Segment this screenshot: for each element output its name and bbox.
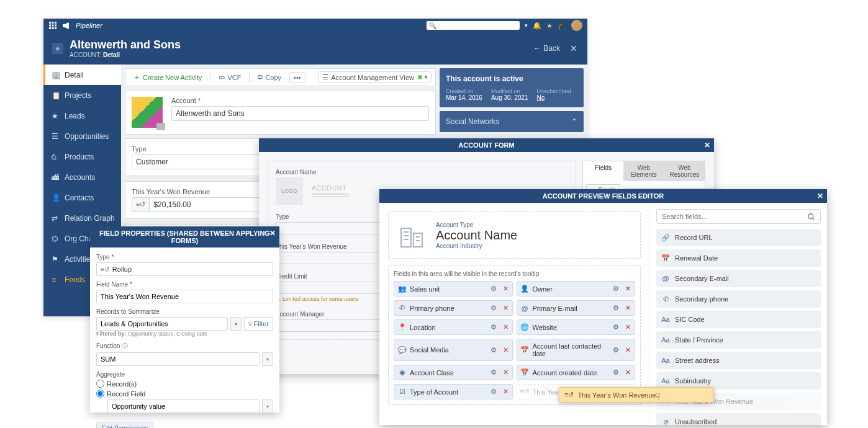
gear-icon[interactable]: ⚙	[491, 304, 497, 312]
svg-rect-7	[52, 27, 54, 29]
rollup-icon: ≡↺	[521, 388, 529, 396]
agg-field-select[interactable]	[107, 399, 260, 413]
pool-street[interactable]: AaStreet address	[656, 352, 821, 369]
chip-social-media[interactable]: 💬Social Media⚙✕	[394, 339, 513, 361]
chip-website[interactable]: 🌐Website⚙✕	[517, 319, 636, 335]
apps-icon[interactable]	[48, 21, 57, 30]
gear-icon[interactable]: ⚙	[613, 323, 619, 331]
global-search[interactable]: 🔍	[427, 21, 520, 30]
star-icon[interactable]: ★	[546, 22, 553, 30]
sidenav-item-leads[interactable]: ★Leads	[43, 105, 121, 126]
accounts-icon: 🏙	[52, 173, 60, 181]
chip-primary-phone[interactable]: ✆Primary phone⚙✕	[394, 300, 513, 316]
svg-rect-9	[401, 228, 411, 247]
pool-secondary-phone[interactable]: ✆Secondary phone	[656, 290, 821, 308]
filter-button[interactable]: ▿Filter	[244, 317, 273, 331]
info-icon[interactable]: ⓘ	[122, 342, 128, 349]
sidenav-item-projects[interactable]: 📋Projects	[43, 85, 121, 105]
remove-icon[interactable]: ✕	[503, 323, 509, 331]
chip-primary-email[interactable]: @Primary E-mail⚙✕	[517, 300, 636, 316]
remove-icon[interactable]: ✕	[503, 368, 509, 377]
function-select[interactable]	[96, 352, 260, 366]
field-properties-panel: FIELD PROPERTIES (SHARED BETWEEN APPLYIN…	[90, 226, 279, 412]
gear-icon[interactable]: ⚙	[491, 346, 497, 354]
records-dropdown-button[interactable]: ▾	[230, 317, 242, 331]
activities-icon: ⚑	[52, 255, 60, 263]
agg-dropdown-button[interactable]: ▾	[262, 399, 273, 413]
pool-secondary-email[interactable]: @Secondary E-mail	[656, 270, 821, 287]
vcf-button[interactable]: ▭VCF	[214, 71, 245, 83]
sidenav-item-accounts[interactable]: 🏙Accounts	[43, 167, 121, 187]
sidenav-item-detail[interactable]: 🏢Detail	[43, 65, 121, 85]
gear-icon[interactable]: ⚙	[613, 285, 619, 293]
close-button[interactable]: ✕	[569, 43, 579, 53]
close-preview-button[interactable]: ✕	[817, 192, 823, 200]
tab-web-elements[interactable]: Web Elements	[623, 161, 664, 181]
arrow-left-icon: ←	[533, 44, 541, 53]
remove-icon[interactable]: ✕	[503, 304, 509, 312]
gear-icon[interactable]: ⚙	[613, 346, 619, 354]
remove-icon[interactable]: ✕	[625, 285, 631, 293]
sidenav-item-contacts[interactable]: 👤Contacts	[43, 187, 121, 208]
create-activity-button[interactable]: ＋Create New Activity	[129, 71, 206, 84]
chip-sales-unit[interactable]: 👥Sales unit⚙✕	[394, 281, 513, 296]
tab-fields[interactable]: Fields	[583, 161, 623, 181]
account-name-input[interactable]	[171, 106, 429, 121]
text-icon: Aa	[661, 336, 670, 344]
gear-icon[interactable]: ⚙	[491, 368, 497, 377]
feeds-icon: ≡	[52, 275, 60, 283]
function-dropdown-button[interactable]: ▾	[262, 352, 273, 366]
back-button[interactable]: ←Back	[533, 44, 560, 53]
pool-sic-code[interactable]: AaSIC Code	[656, 311, 821, 328]
gear-icon[interactable]: ⚙	[613, 368, 619, 377]
chip-type-of-account[interactable]: ☑Type of Account⚙✕	[394, 384, 513, 399]
gear-icon[interactable]: ⚙	[491, 285, 497, 293]
avatar[interactable]	[571, 20, 582, 31]
copy-button[interactable]: ⧉Copy	[253, 71, 286, 83]
gear-icon[interactable]: ⚙	[613, 304, 619, 312]
agg-records-radio[interactable]: Record(s)	[96, 380, 273, 388]
status-box: This account is active Created onMar 14,…	[440, 68, 584, 107]
chip-last-contacted[interactable]: 📅Account last contacted date⚙✕	[517, 339, 636, 361]
close-fprops-button[interactable]: ✕	[269, 229, 276, 238]
gear-icon[interactable]: ⚙	[491, 388, 497, 396]
gear-icon[interactable]: ⚙	[491, 323, 497, 331]
sidenav-item-opportunities[interactable]: ☰Opportunities	[43, 126, 121, 146]
grad-icon[interactable]: 🎓	[558, 22, 566, 30]
chip-created-date[interactable]: 📅Account created date⚙✕	[517, 365, 636, 380]
pool-state[interactable]: AaState / Province	[656, 331, 821, 349]
field-name-input[interactable]	[96, 290, 273, 303]
pool-record-url[interactable]: 🔗Record URL	[656, 229, 821, 246]
view-select[interactable]: ☰Account Management View▾	[318, 71, 432, 83]
bell-icon[interactable]: 🔔	[533, 22, 541, 30]
remove-icon[interactable]: ✕	[625, 323, 631, 331]
overflow-button[interactable]: •••	[289, 72, 305, 83]
logo-placeholder[interactable]: LOGO	[276, 177, 303, 205]
remove-icon[interactable]: ✕	[503, 388, 509, 396]
sidenav-item-relation-graph[interactable]: ⇄Relation Graph	[43, 208, 121, 228]
remove-icon[interactable]: ✕	[625, 346, 631, 354]
dropdown-icon[interactable]: ▾	[525, 22, 528, 29]
field-search-input[interactable]	[656, 209, 821, 224]
account-logo[interactable]	[132, 97, 163, 128]
remove-icon[interactable]: ✕	[625, 304, 631, 312]
chip-location[interactable]: 📍Location⚙✕	[394, 319, 513, 335]
edit-permissions-button[interactable]: Edit Permissions	[96, 422, 153, 428]
remove-icon[interactable]: ✕	[625, 368, 631, 377]
chip-account-class[interactable]: ◉Account Class⚙✕	[394, 365, 513, 380]
records-select[interactable]	[96, 317, 228, 331]
remove-icon[interactable]: ✕	[503, 285, 509, 293]
favorite-button[interactable]: ★	[52, 43, 63, 54]
tab-web-resources[interactable]: Web Resources	[664, 161, 705, 181]
pool-renewal-date[interactable]: 📅Renewal Date	[656, 249, 821, 267]
close-acctform-button[interactable]: ✕	[704, 141, 710, 149]
remove-icon[interactable]: ✕	[503, 346, 509, 354]
agg-recordfield-radio[interactable]: Record Field	[96, 390, 273, 398]
social-networks-toggle[interactable]: Social Networks ⌃	[440, 111, 584, 132]
megaphone-icon[interactable]	[62, 21, 71, 30]
dragging-chip[interactable]: ≡↺ This Year's Won Revenue	[559, 387, 714, 403]
sidenav-item-products[interactable]: ⎙Products	[43, 146, 121, 167]
pool-unsubscribed[interactable]: ⊘Unsubscribed	[656, 413, 821, 425]
contacts-icon: 👤	[52, 194, 60, 202]
chip-owner[interactable]: 👤Owner⚙✕	[517, 281, 636, 296]
